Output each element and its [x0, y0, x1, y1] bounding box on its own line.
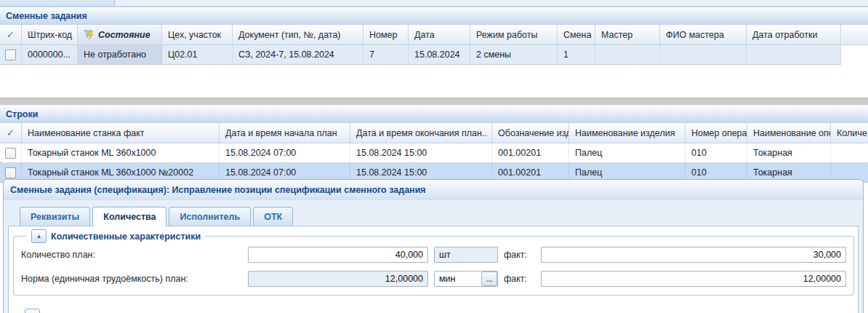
cell-quantity	[831, 143, 868, 162]
quantity-unit-wrap	[434, 247, 498, 263]
cell-shop: Ц02.01	[162, 45, 233, 64]
row-checkbox-cell	[0, 45, 22, 64]
check-icon: ✓	[7, 29, 15, 40]
cell-document: СЗ, 2024-7, 15.08.2024	[233, 45, 363, 64]
column-header-filler	[841, 25, 868, 44]
unit-browse-button[interactable]: ...	[481, 272, 497, 286]
column-header-product-code[interactable]: Обозначение изд	[492, 123, 569, 143]
column-header-worked-date[interactable]: Дата отработки	[747, 25, 841, 44]
select-all-column-header[interactable]: ✓	[0, 123, 22, 143]
quantity-plan-label: Количество план:	[21, 250, 248, 260]
cell-worked-date	[747, 45, 841, 64]
norm-fact-input[interactable]	[541, 271, 846, 287]
column-header-work-mode[interactable]: Режим работы	[470, 25, 558, 44]
rows-grid-row-1[interactable]: Токарный станок ML 360x1000 15.08.2024 0…	[0, 143, 868, 163]
cell-master-name	[660, 45, 747, 64]
column-header-shop[interactable]: Цех, участок	[162, 25, 233, 44]
cell-start-plan: 15.08.2024 07:00	[220, 143, 350, 162]
column-header-end-plan[interactable]: Дата и время окончания план..	[350, 123, 492, 143]
column-header-date[interactable]: Дата	[409, 25, 470, 44]
column-header-product-name[interactable]: Наименование изделия	[569, 123, 686, 143]
check-icon: ✓	[7, 127, 15, 138]
dialog-tab-content: ▲ Количественные характеристики Количест…	[8, 226, 859, 313]
quantity-fact-input[interactable]	[541, 247, 846, 263]
cell-master	[595, 45, 660, 64]
column-header-state[interactable]: Состояние	[78, 25, 162, 44]
quantity-row: Количество план: факт:	[21, 246, 846, 264]
cell-barcode: 0000000...	[22, 45, 78, 64]
horizontal-splitter[interactable]	[0, 98, 868, 106]
column-header-shift[interactable]: Смена	[558, 25, 595, 44]
column-header-operation-name[interactable]: Наименование опе	[747, 123, 831, 143]
collapse-group-button[interactable]: ▲	[31, 229, 47, 243]
shift-tasks-panel-title: Сменные задания	[0, 7, 868, 25]
shift-tasks-grid-header: ✓ Штрих-код Состояние Цех, участок Докум…	[0, 25, 868, 45]
quantity-plan-input[interactable]	[248, 247, 428, 263]
tab-rekvizity[interactable]: Реквизиты	[20, 207, 90, 226]
column-header-machine[interactable]: Наименование станка факт	[22, 123, 220, 143]
column-header-number[interactable]: Номер	[363, 25, 409, 44]
column-header-master[interactable]: Мастер	[595, 25, 660, 44]
cell-state: Не отработано	[78, 45, 162, 64]
cell-product-code: 001.00201	[492, 143, 569, 162]
cell-machine: Токарный станок ML 360x1000	[22, 143, 220, 162]
column-header-quantity[interactable]: Количе	[831, 123, 868, 143]
dialog-title: Сменные задания (спецификация): Исправле…	[4, 180, 863, 200]
row-checkbox[interactable]	[5, 167, 16, 178]
norm-row: Норма (единичная трудоёмкость) план: ...…	[21, 270, 846, 288]
tab-kolichestva[interactable]: Количества	[92, 207, 166, 226]
cell-shift: 1	[558, 45, 595, 64]
cell-product-name: Палец	[569, 143, 686, 162]
row-checkbox[interactable]	[5, 49, 16, 60]
rows-grid-header: ✓ Наименование станка факт Дата и время …	[0, 123, 868, 143]
row-checkbox[interactable]	[5, 148, 16, 159]
cell-number: 7	[363, 45, 409, 64]
quantity-fact-label: факт:	[504, 250, 530, 260]
norm-plan-label: Норма (единичная трудоёмкость) план:	[21, 274, 248, 284]
funnel-lightning-icon	[84, 30, 95, 40]
group-title: Количественные характеристики	[51, 231, 201, 242]
norm-fact-label: факт:	[504, 274, 530, 284]
top-tab-remnant	[0, 0, 115, 6]
cell-operation-name: Токарная	[747, 143, 831, 162]
norm-plan-input[interactable]	[248, 271, 428, 287]
collapse-next-group-button[interactable]	[25, 309, 40, 313]
quantitative-characteristics-group: ▲ Количественные характеристики Количест…	[13, 229, 854, 296]
group-legend: ▲ Количественные характеристики	[27, 229, 205, 243]
tab-otk[interactable]: ОТК	[253, 207, 293, 226]
tab-ispolnitel[interactable]: Исполнитель	[169, 207, 251, 226]
cell-work-mode: 2 смены	[470, 45, 558, 64]
shift-tasks-panel: Сменные задания ✓ Штрих-код Состояние Це…	[0, 7, 868, 65]
column-header-start-plan[interactable]: Дата и время начала план	[220, 123, 350, 143]
rows-panel: Строки ✓ Наименование станка факт Дата и…	[0, 106, 868, 183]
cell-operation-number: 010	[686, 143, 747, 162]
column-header-barcode[interactable]: Штрих-код	[22, 25, 78, 44]
column-header-document[interactable]: Документ (тип, №, дата)	[233, 25, 363, 44]
quantity-unit-input[interactable]	[434, 247, 498, 263]
dialog-tab-strip: Реквизиты Количества Исполнитель ОТК	[20, 207, 295, 226]
row-checkbox-cell	[0, 143, 22, 162]
rows-panel-title: Строки	[0, 106, 868, 123]
norm-unit-wrap: ...	[434, 271, 498, 287]
select-all-column-header[interactable]: ✓	[0, 25, 22, 44]
collapse-arrow-icon: ▲	[36, 234, 42, 239]
spec-edit-dialog: Сменные задания (спецификация): Исправле…	[3, 179, 864, 313]
cell-date: 15.08.2024	[409, 45, 470, 64]
column-header-master-name[interactable]: ФИО мастера	[660, 25, 747, 44]
column-header-operation-number[interactable]: Номер опера	[686, 123, 747, 143]
top-toolbar-strip	[0, 0, 868, 7]
cell-end-plan: 15.08.2024 15:00	[350, 143, 492, 162]
shift-task-row[interactable]: 0000000... Не отработано Ц02.01 СЗ, 2024…	[0, 45, 841, 65]
